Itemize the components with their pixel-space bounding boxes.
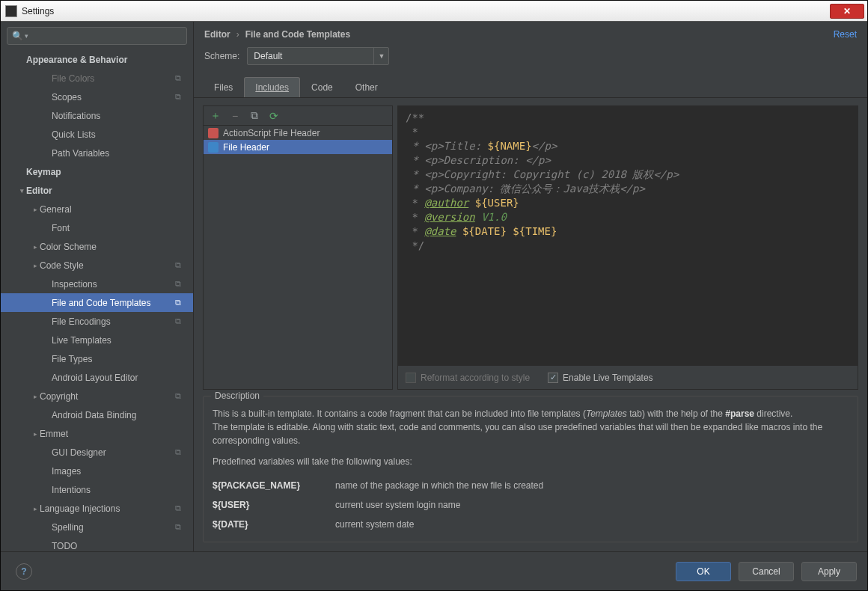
- sidebar-item-images[interactable]: Images: [1, 462, 193, 480]
- list-toolbar: ＋ − ⧉ ⟳: [204, 106, 392, 126]
- copy-button[interactable]: ⧉: [248, 110, 260, 122]
- cancel-button[interactable]: Cancel: [739, 562, 794, 581]
- scheme-label: Scheme:: [204, 51, 239, 61]
- tab-code[interactable]: Code: [300, 77, 344, 97]
- sidebar-item-editor[interactable]: ▾Editor: [1, 181, 193, 200]
- reset-link[interactable]: Reset: [834, 29, 857, 40]
- sidebar-item-file-encodings[interactable]: File Encodings⧉: [1, 312, 193, 331]
- tab-files[interactable]: Files: [203, 77, 244, 97]
- sidebar-item-copyright[interactable]: ▸Copyright⧉: [1, 387, 193, 405]
- tab-other[interactable]: Other: [344, 77, 389, 97]
- editor-pane: /** * * <p>Title: ${NAME}</p> * <p>Descr…: [397, 105, 858, 390]
- sidebar-item-path-variables[interactable]: Path Variables: [1, 144, 193, 162]
- copy-icon: ⧉: [175, 279, 186, 289]
- reformat-checkbox[interactable]: Reformat according to style: [406, 373, 530, 383]
- sidebar-item-todo[interactable]: TODO: [1, 536, 193, 551]
- sidebar-item-file-code-templates[interactable]: File and Code Templates⧉: [1, 293, 193, 312]
- copy-icon: ⧉: [175, 522, 186, 532]
- template-list: ActionScript File Header File Header: [204, 126, 392, 389]
- breadcrumb-leaf: File and Code Templates: [245, 29, 350, 40]
- breadcrumb-row: Editor › File and Code Templates Reset: [194, 22, 867, 44]
- close-button[interactable]: ✕: [830, 4, 864, 19]
- tabs-bar: Files Includes Code Other: [194, 76, 867, 98]
- scheme-select[interactable]: Default ▼: [247, 47, 389, 65]
- table-row: ${USER}current user system login name: [213, 495, 849, 515]
- copy-icon: ⧉: [175, 447, 186, 457]
- scheme-value: Default: [254, 51, 282, 61]
- table-row: ${DATE}current system date: [213, 515, 849, 534]
- template-list-pane: ＋ − ⧉ ⟳ ActionScript File Header File He…: [203, 105, 393, 390]
- sidebar-item-color-scheme[interactable]: ▸Color Scheme: [1, 237, 193, 256]
- code-editor[interactable]: /** * * <p>Title: ${NAME}</p> * <p>Descr…: [398, 106, 858, 365]
- file-icon: [208, 128, 218, 138]
- checkbox-icon: [406, 373, 416, 383]
- sidebar-item-inspections[interactable]: Inspections⧉: [1, 275, 193, 293]
- refresh-button[interactable]: ⟳: [268, 110, 280, 122]
- variables-table: ${PACKAGE_NAME}name of the package in wh…: [213, 476, 849, 534]
- remove-button[interactable]: −: [229, 110, 241, 122]
- sidebar-item-notifications[interactable]: Notifications: [1, 106, 193, 125]
- sidebar-item-keymap[interactable]: Keymap: [1, 162, 193, 181]
- breadcrumb-root: Editor: [204, 29, 230, 40]
- sidebar-item-file-colors[interactable]: File Colors⧉: [1, 69, 193, 88]
- sidebar-item-font[interactable]: Font: [1, 218, 193, 237]
- sidebar-item-language-injections[interactable]: ▸Language Injections⧉: [1, 499, 193, 518]
- sidebar-item-gui-designer[interactable]: GUI Designer⧉: [1, 443, 193, 462]
- sidebar-item-quick-lists[interactable]: Quick Lists: [1, 125, 193, 144]
- copy-icon: ⧉: [175, 92, 186, 102]
- copy-icon: ⧉: [175, 298, 186, 307]
- chevron-down-icon: ▾: [25, 32, 28, 40]
- ok-button[interactable]: OK: [676, 562, 731, 581]
- settings-tree: Appearance & Behavior File Colors⧉ Scope…: [1, 50, 193, 551]
- sidebar-item-android-data-binding[interactable]: Android Data Binding: [1, 405, 193, 424]
- main-panel: Editor › File and Code Templates Reset S…: [194, 22, 867, 551]
- help-button[interactable]: ?: [16, 563, 32, 580]
- search-input[interactable]: 🔍 ▾: [7, 27, 187, 45]
- enable-live-templates-checkbox[interactable]: ✓ Enable Live Templates: [548, 373, 653, 383]
- settings-sidebar: 🔍 ▾ Appearance & Behavior File Colors⧉ S…: [1, 22, 194, 551]
- app-icon: [5, 5, 17, 17]
- description-body[interactable]: This is a built-in template. It contains…: [204, 396, 858, 542]
- sidebar-item-spelling[interactable]: Spelling⧉: [1, 518, 193, 536]
- description-legend: Description: [211, 391, 263, 401]
- copy-icon: ⧉: [175, 391, 186, 401]
- sidebar-item-live-templates[interactable]: Live Templates: [1, 331, 193, 349]
- description-fieldset: Description This is a built-in template.…: [203, 396, 858, 542]
- sidebar-item-general[interactable]: ▸General: [1, 200, 193, 218]
- tab-includes[interactable]: Includes: [244, 77, 300, 97]
- table-row: ${PACKAGE_NAME}name of the package in wh…: [213, 476, 849, 495]
- list-item[interactable]: File Header: [204, 140, 392, 154]
- apply-button[interactable]: Apply: [801, 562, 857, 581]
- copy-icon: ⧉: [175, 503, 186, 513]
- file-icon: [208, 142, 218, 153]
- search-icon: 🔍: [12, 31, 23, 41]
- window-title: Settings: [22, 6, 54, 16]
- titlebar: Settings ✕: [1, 1, 867, 22]
- sidebar-item-code-style[interactable]: ▸Code Style⧉: [1, 256, 193, 275]
- copy-icon: ⧉: [175, 260, 186, 270]
- chevron-right-icon: ›: [236, 29, 239, 40]
- options-row: Reformat according to style ✓ Enable Liv…: [398, 365, 858, 389]
- add-button[interactable]: ＋: [210, 110, 221, 122]
- sidebar-item-file-types[interactable]: File Types: [1, 349, 193, 368]
- sidebar-item-intentions[interactable]: Intentions: [1, 480, 193, 499]
- button-row: ? OK Cancel Apply: [1, 551, 867, 590]
- copy-icon: ⧉: [175, 73, 186, 83]
- sidebar-item-emmet[interactable]: ▸Emmet: [1, 424, 193, 443]
- sidebar-item-android-layout[interactable]: Android Layout Editor: [1, 368, 193, 387]
- checkbox-icon: ✓: [548, 373, 558, 383]
- sidebar-item-scopes[interactable]: Scopes⧉: [1, 88, 193, 106]
- copy-icon: ⧉: [175, 316, 186, 326]
- chevron-down-icon: ▼: [373, 48, 388, 64]
- sidebar-item-appearance-behavior[interactable]: Appearance & Behavior: [1, 50, 193, 69]
- list-item[interactable]: ActionScript File Header: [204, 126, 392, 140]
